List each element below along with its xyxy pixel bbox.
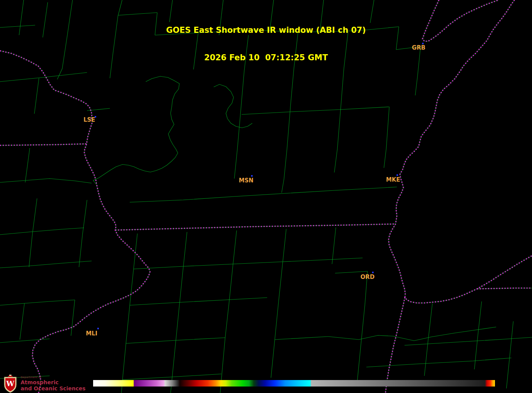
county-line	[155, 30, 368, 35]
logo-name-line-2: and Oceanic Sciences	[21, 386, 85, 391]
county-line	[79, 200, 87, 267]
il-in-border	[385, 297, 405, 393]
mississippi-river	[0, 51, 150, 393]
county-line	[155, 13, 157, 35]
county-line	[334, 102, 341, 172]
county-line	[242, 107, 389, 114]
county-line	[366, 358, 511, 367]
county-line	[118, 13, 157, 15]
county-line	[271, 265, 282, 378]
lake-michigan-shoreline	[389, 0, 532, 303]
county-line	[320, 0, 324, 33]
green-bay-shoreline-underlay	[422, 0, 498, 41]
city-label-mke: MKE	[386, 176, 400, 183]
city-label-msn: MSN	[239, 177, 253, 184]
city-dot-msn	[251, 175, 253, 177]
county-line	[275, 337, 328, 340]
green-bay-shoreline	[422, 0, 498, 41]
county-line	[183, 232, 187, 268]
county-line	[282, 229, 286, 265]
county-line	[357, 305, 365, 382]
county-line	[219, 0, 223, 35]
county-line	[134, 234, 137, 269]
county-line	[0, 25, 35, 27]
logo-dept-line: Department of	[21, 376, 85, 379]
county-line	[171, 268, 183, 393]
county-line	[57, 0, 73, 79]
county-line	[328, 327, 496, 341]
city-dot-mli	[97, 328, 99, 329]
county-line	[130, 298, 267, 305]
county-line	[242, 35, 248, 101]
county-line	[0, 300, 75, 305]
county-line	[93, 76, 179, 184]
county-line	[193, 34, 198, 69]
county-line	[424, 303, 432, 376]
county-line	[121, 269, 134, 393]
county-line	[71, 300, 75, 336]
county-line	[220, 266, 233, 393]
county-line	[234, 101, 242, 179]
county-line	[25, 148, 30, 182]
county-line	[134, 258, 363, 269]
crest-letter: W	[6, 379, 15, 388]
county-line	[0, 261, 92, 268]
county-line	[291, 32, 298, 102]
mi-in-border	[477, 288, 532, 289]
city-label-grb: GRB	[412, 44, 425, 51]
county-line	[384, 107, 389, 168]
county-line	[282, 102, 291, 193]
city-label-ord: ORD	[361, 274, 375, 280]
county-line	[270, 0, 274, 31]
satellite-image-view: GRBLSEMSNMKEORDMLI GOES East Shortwave I…	[0, 0, 532, 393]
mississippi-river-underlay	[0, 51, 150, 393]
city-label-mli: MLI	[86, 330, 97, 337]
city-dot-ord	[372, 272, 374, 273]
county-line	[130, 187, 397, 202]
county-line	[233, 230, 237, 266]
county-line	[43, 2, 48, 37]
city-dot-mke	[397, 174, 398, 176]
city-label-lse: LSE	[84, 116, 95, 123]
county-line	[0, 228, 84, 235]
county-line	[415, 47, 421, 95]
county-line	[396, 27, 399, 50]
county-line	[368, 27, 399, 30]
county-line	[474, 301, 482, 369]
county-line	[0, 72, 87, 82]
county-line	[0, 339, 50, 343]
county-line	[370, 0, 374, 23]
logo-text: Department of Atmospheric and Oceanic Sc…	[21, 375, 85, 391]
county-line	[34, 78, 39, 114]
county-line	[169, 0, 172, 22]
county-line	[341, 32, 348, 102]
lake-michigan-shoreline-underlay	[389, 0, 532, 303]
county-line	[19, 0, 24, 35]
county-line	[110, 0, 122, 78]
map-canvas: GRBLSEMSNMKEORDMLI	[0, 0, 532, 393]
county-line	[20, 303, 24, 340]
county-line	[29, 198, 37, 267]
county-line	[335, 271, 368, 273]
county-line	[0, 179, 92, 183]
uw-aos-logo: W Department of Atmospheric and Oceanic …	[3, 375, 85, 393]
county-line	[332, 227, 336, 264]
county-line	[214, 84, 252, 128]
uw-crest-icon: W	[3, 375, 18, 393]
temperature-colorbar	[93, 380, 495, 387]
mn-ia-border-underlay	[0, 144, 87, 145]
county-line	[506, 321, 513, 388]
logo-name-line-1: Atmospheric	[21, 380, 85, 385]
